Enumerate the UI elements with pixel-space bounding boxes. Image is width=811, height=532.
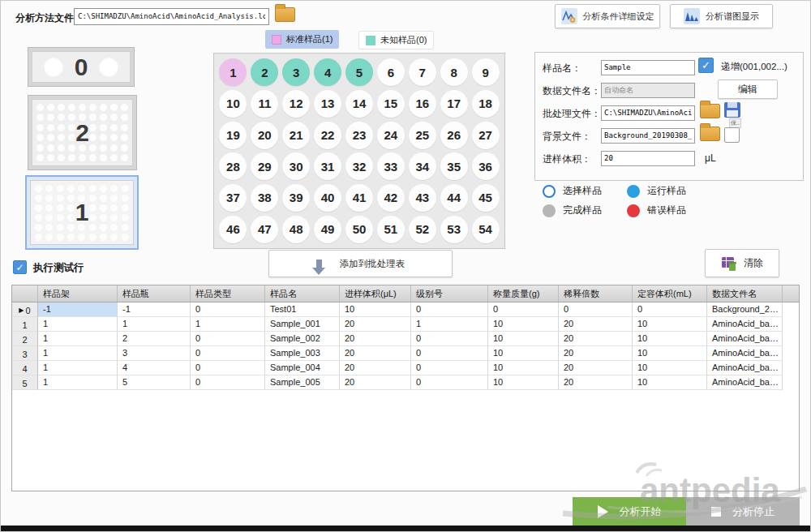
- well-32[interactable]: 32: [345, 152, 373, 180]
- well-23[interactable]: 23: [345, 122, 373, 149]
- table-cell[interactable]: AminoAcid_ba…: [707, 375, 783, 390]
- table-cell[interactable]: 0: [411, 361, 488, 375]
- batch-file-browse-button[interactable]: [700, 104, 720, 118]
- well-14[interactable]: 14: [345, 90, 373, 118]
- table-cell[interactable]: 0: [191, 346, 265, 361]
- table-cell[interactable]: Sample_002: [265, 332, 340, 346]
- run-test-row-checkbox[interactable]: ✓: [13, 260, 27, 274]
- edit-button[interactable]: 编辑: [718, 79, 778, 99]
- row-header[interactable]: ▶0: [12, 302, 38, 317]
- table-cell[interactable]: 0: [411, 375, 488, 390]
- well-10[interactable]: 10: [219, 90, 247, 118]
- well-35[interactable]: 35: [440, 152, 468, 180]
- well-27[interactable]: 27: [472, 122, 500, 149]
- unknown-sample-chip[interactable]: 未知样品(0): [358, 31, 434, 49]
- row-header[interactable]: 1: [12, 317, 38, 332]
- table-cell[interactable]: 3: [118, 346, 191, 361]
- table-cell[interactable]: 1: [38, 332, 118, 346]
- analysis-stop-button[interactable]: 分析停止: [686, 497, 800, 526]
- background-file-browse-button[interactable]: [700, 127, 720, 141]
- table-cell[interactable]: AminoAcid_ba…: [707, 346, 783, 361]
- table-cell[interactable]: 10: [633, 361, 707, 375]
- well-8[interactable]: 8: [440, 58, 468, 86]
- table-cell[interactable]: 20: [340, 346, 411, 361]
- well-20[interactable]: 20: [251, 122, 278, 149]
- analysis-start-button[interactable]: 分析开始: [573, 497, 686, 526]
- table-cell[interactable]: 1: [38, 346, 118, 361]
- well-17[interactable]: 17: [440, 90, 468, 118]
- well-5[interactable]: 5: [345, 58, 373, 86]
- well-34[interactable]: 34: [409, 152, 436, 180]
- table-cell[interactable]: 10: [340, 302, 411, 317]
- well-12[interactable]: 12: [282, 90, 310, 118]
- table-cell[interactable]: Sample_001: [265, 317, 340, 332]
- well-47[interactable]: 47: [251, 216, 278, 243]
- well-4[interactable]: 4: [314, 58, 341, 86]
- well-36[interactable]: 36: [472, 152, 500, 180]
- well-46[interactable]: 46: [219, 216, 247, 243]
- well-19[interactable]: 19: [219, 122, 247, 149]
- table-cell[interactable]: AminoAcid_ba…: [707, 361, 783, 375]
- column-header[interactable]: 样品瓶: [118, 285, 191, 302]
- well-9[interactable]: 9: [472, 58, 500, 86]
- table-cell[interactable]: 5: [118, 375, 191, 390]
- well-53[interactable]: 53: [440, 216, 468, 243]
- well-6[interactable]: 6: [377, 58, 405, 86]
- well-18[interactable]: 18: [472, 90, 500, 118]
- analysis-condition-settings-button[interactable]: 分析条件详细设定: [555, 4, 660, 28]
- table-cell[interactable]: 1: [38, 361, 118, 375]
- table-cell[interactable]: 0: [559, 302, 633, 317]
- table-cell[interactable]: Sample_004: [265, 361, 340, 375]
- table-cell[interactable]: 0: [191, 361, 265, 375]
- method-file-browse-button[interactable]: [275, 7, 295, 22]
- row-header[interactable]: 3: [12, 346, 38, 361]
- table-cell[interactable]: 20: [559, 346, 633, 361]
- well-41[interactable]: 41: [345, 184, 373, 212]
- well-43[interactable]: 43: [409, 184, 436, 212]
- table-cell[interactable]: 0: [411, 302, 488, 317]
- standard-sample-chip[interactable]: 标准样品(1): [265, 30, 339, 49]
- well-33[interactable]: 33: [377, 152, 405, 180]
- well-45[interactable]: 45: [472, 184, 500, 212]
- well-13[interactable]: 13: [314, 90, 341, 118]
- table-cell[interactable]: 20: [340, 317, 411, 332]
- well-16[interactable]: 16: [409, 90, 436, 118]
- row-header[interactable]: 4: [12, 361, 38, 375]
- table-cell[interactable]: 20: [340, 361, 411, 375]
- table-cell[interactable]: Sample_003: [265, 346, 340, 361]
- rack-2[interactable]: 2: [28, 95, 137, 170]
- well-50[interactable]: 50: [345, 216, 373, 243]
- injection-volume-input[interactable]: [601, 151, 695, 166]
- table-cell[interactable]: 0: [191, 302, 265, 317]
- table-cell[interactable]: 1: [411, 317, 488, 332]
- well-44[interactable]: 44: [440, 184, 468, 212]
- well-26[interactable]: 26: [440, 122, 468, 149]
- well-31[interactable]: 31: [314, 152, 341, 180]
- clear-button[interactable]: 清除: [705, 249, 779, 277]
- table-cell[interactable]: Test01: [265, 302, 340, 317]
- well-22[interactable]: 22: [314, 122, 341, 149]
- rack-1-selected[interactable]: 1: [25, 175, 139, 250]
- table-cell[interactable]: AminoAcid_ba…: [707, 317, 783, 332]
- batch-file-save-button[interactable]: [724, 102, 740, 118]
- increment-checkbox[interactable]: ✓: [698, 58, 714, 73]
- well-29[interactable]: 29: [251, 152, 278, 180]
- table-cell[interactable]: 2: [118, 332, 191, 346]
- column-header[interactable]: 稀释倍数: [559, 285, 633, 302]
- row-header[interactable]: 5: [12, 375, 38, 390]
- well-37[interactable]: 37: [219, 184, 247, 212]
- background-file-checkbox[interactable]: [724, 127, 740, 143]
- table-cell[interactable]: Sample_005: [265, 375, 340, 390]
- column-header[interactable]: 样品架: [38, 285, 118, 302]
- well-52[interactable]: 52: [409, 216, 436, 243]
- well-24[interactable]: 24: [377, 122, 405, 149]
- table-cell[interactable]: 1: [191, 317, 265, 332]
- well-39[interactable]: 39: [282, 184, 310, 212]
- table-cell[interactable]: 20: [340, 332, 411, 346]
- table-cell[interactable]: 10: [488, 332, 559, 346]
- table-cell[interactable]: 10: [488, 375, 559, 390]
- well-49[interactable]: 49: [314, 216, 341, 243]
- table-cell[interactable]: 10: [633, 346, 707, 361]
- table-cell[interactable]: 20: [559, 332, 633, 346]
- table-cell[interactable]: 0: [191, 375, 265, 390]
